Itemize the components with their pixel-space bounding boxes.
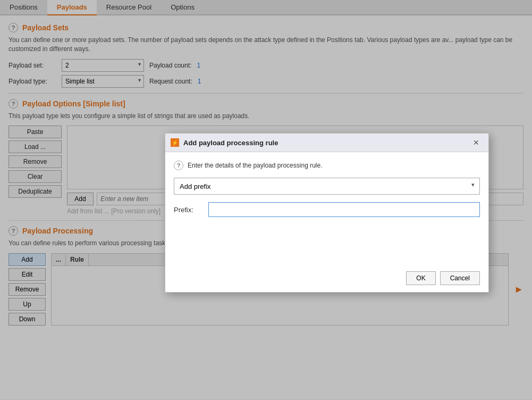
dialog-cancel-button[interactable]: Cancel [440, 271, 480, 285]
dialog-prefix-label: Prefix: [174, 206, 203, 214]
dialog-rule-type-select[interactable]: Add prefix Add suffix Match/Replace Subs… [174, 178, 480, 195]
dialog-body: ? Enter the details of the payload proce… [165, 152, 488, 233]
dialog-prefix-input[interactable] [208, 202, 480, 217]
add-processing-rule-dialog: ⚡ Add payload processing rule ✕ ? Enter … [165, 133, 489, 293]
dialog-desc: Enter the details of the payload process… [188, 162, 323, 169]
dialog-close-button[interactable]: ✕ [469, 137, 483, 148]
dialog-help-icon: ? [174, 161, 183, 170]
dialog-ok-button[interactable]: OK [406, 271, 435, 285]
dialog-lightning-icon: ⚡ [171, 138, 179, 147]
dialog-field-row: Prefix: [174, 202, 480, 217]
dialog-title-left: ⚡ Add payload processing rule [171, 138, 278, 147]
dialog-overlay[interactable]: ⚡ Add payload processing rule ✕ ? Enter … [0, 0, 532, 399]
dialog-titlebar: ⚡ Add payload processing rule ✕ [165, 134, 488, 152]
dialog-title-text: Add payload processing rule [183, 139, 278, 147]
dialog-select-wrapper: Add prefix Add suffix Match/Replace Subs… [174, 178, 480, 195]
dialog-footer: OK Cancel [165, 265, 488, 291]
dialog-desc-row: ? Enter the details of the payload proce… [174, 161, 480, 170]
